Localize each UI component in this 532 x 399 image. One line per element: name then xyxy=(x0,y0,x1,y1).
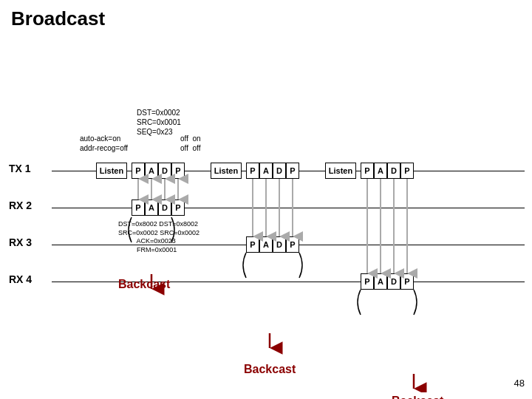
label-rx2: RX 2 xyxy=(9,200,32,211)
pkt-listen-tx1c: Listen xyxy=(325,163,356,179)
title: Broadcast xyxy=(0,0,532,30)
pkt-p5: P xyxy=(361,163,374,179)
annotation-top: DST=0x0002SRC=0x0001SEQ=0x23 xyxy=(137,108,181,137)
backcast-label-3: Backcast xyxy=(392,395,443,399)
pkt-rx4-a1: A xyxy=(374,273,387,290)
pkt-rx2-p2: P xyxy=(171,200,185,216)
label-rx4: RX 4 xyxy=(9,273,32,285)
pkt-rx2-p1: P xyxy=(132,200,145,216)
pkt-rx4-p1: P xyxy=(361,273,374,290)
backcast-label-1: Backcast xyxy=(118,278,170,291)
pkt-a3: A xyxy=(259,163,273,179)
pkt-d3: D xyxy=(273,163,286,179)
hline-rx2 xyxy=(52,208,525,208)
arrows-diagram xyxy=(0,38,532,392)
pkt-listen-tx1b: Listen xyxy=(211,163,242,179)
pkt-rx3-p1: P xyxy=(246,236,259,253)
backcast-label-2: Backcast xyxy=(244,363,296,376)
label-tx1: TX 1 xyxy=(9,163,31,174)
pkt-listen-tx1a: Listen xyxy=(96,163,127,179)
annot-rx2-dst: DST=0x8002 DST=0x8002SRC=0x0002 SRC=0x00… xyxy=(118,220,200,255)
label-rx3: RX 3 xyxy=(9,236,32,248)
annotation-off-on: off onoff off xyxy=(180,134,201,153)
pkt-d5: D xyxy=(387,163,400,179)
pkt-a1: A xyxy=(145,163,158,179)
pkt-p1: P xyxy=(132,163,145,179)
pkt-p4: P xyxy=(286,163,299,179)
pkt-rx4-d1: D xyxy=(387,273,400,290)
pkt-rx3-d1: D xyxy=(273,236,286,253)
pkt-a5: A xyxy=(374,163,387,179)
page-number: 48 xyxy=(514,378,525,389)
pkt-p3: P xyxy=(246,163,259,179)
pkt-rx3-a1: A xyxy=(259,236,273,253)
pkt-rx4-p2: P xyxy=(400,273,414,290)
pkt-p2: P xyxy=(171,163,185,179)
pkt-p6: P xyxy=(400,163,414,179)
pkt-d1: D xyxy=(158,163,171,179)
annotation-auto-ack: auto-ack=onaddr-recog=off xyxy=(80,134,128,153)
pkt-rx3-p2: P xyxy=(286,236,299,253)
pkt-rx2-d1: D xyxy=(158,200,171,216)
pkt-rx2-a1: A xyxy=(145,200,158,216)
